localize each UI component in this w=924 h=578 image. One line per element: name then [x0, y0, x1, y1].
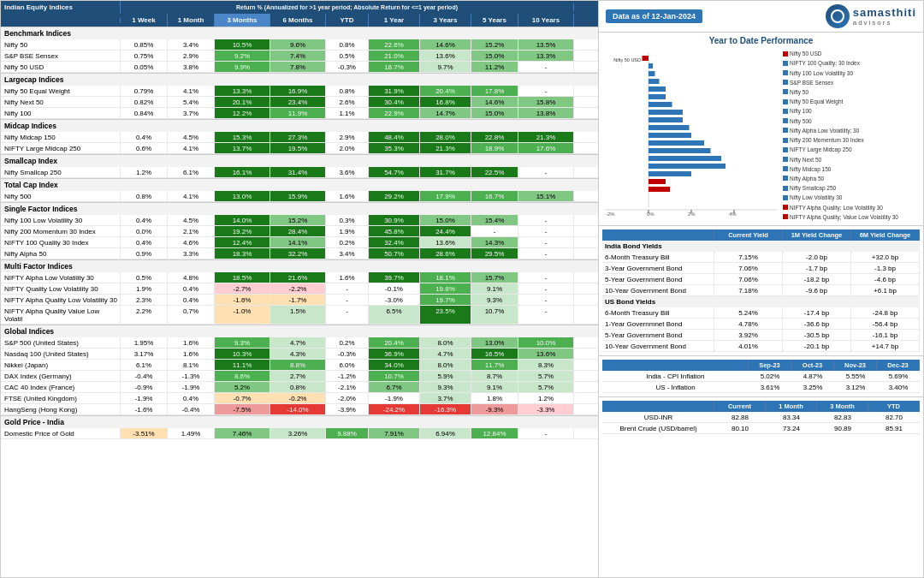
row-value: 23.5% [420, 306, 471, 324]
row-value: 22.5% [471, 167, 518, 177]
row-value: 30.4% [369, 97, 420, 107]
legend-item: Nifty Alpha 50 [783, 176, 916, 182]
row-value: 39.7% [369, 272, 420, 283]
row-value: 0.3% [326, 215, 369, 225]
row-value: 1.6% [326, 272, 369, 283]
row-value: 15.1% [518, 191, 574, 201]
row-value: 10.5% [215, 39, 270, 50]
row-value: 1.95% [121, 337, 168, 348]
section-title: Single Factor Indices [1, 202, 598, 215]
col-3years: 3 Years [420, 14, 471, 27]
section-title: Smallcap Index [1, 154, 598, 167]
row-value: 1.6% [326, 191, 369, 201]
row-value: 16.9% [270, 86, 326, 96]
row-value: 14.1% [270, 237, 326, 247]
row-value: 1.6% [168, 349, 215, 359]
bond-row: 6-Month Treasury Bill7.15%-2.0 bp+32.0 b… [602, 252, 920, 263]
table-row: NIFTY Alpha Quality Value Low Volatil2.2… [1, 306, 598, 325]
bonds-col0 [602, 229, 714, 241]
bond-row: 5-Year Government Bond3.92%-30.5 bp-16.1… [602, 330, 920, 341]
row-value: 21.6% [270, 272, 326, 283]
row-value: 10.7% [369, 371, 420, 381]
svg-rect-5 [649, 79, 660, 84]
row-name: CAC 40 Index (France) [1, 382, 121, 392]
row-name: NIFTY Large Midcap 250 [1, 143, 121, 153]
svg-text:0%: 0% [647, 212, 654, 217]
row-value: -9.3% [471, 404, 518, 414]
row-value: 14.7% [420, 108, 471, 118]
row-value: 24.4% [420, 226, 471, 236]
row-value: 9.2% [215, 51, 270, 61]
col-ytd: YTD [326, 14, 369, 27]
india-bonds-title: India Bond Yields [602, 241, 920, 252]
col-5years: 5 Years [471, 14, 518, 27]
row-value: 8.7% [471, 371, 518, 381]
legend-item: Nifty Next 50 [783, 157, 916, 163]
bond-row: 1-Year Governmnet Bond4.78%-36.6 bp-56.4… [602, 319, 920, 330]
table-row: S&P 500 (United States)1.95%1.6%9.3%4.7%… [1, 337, 598, 349]
row-value: 54.7% [369, 167, 420, 177]
col-name [1, 18, 121, 23]
logo-circle [826, 4, 850, 28]
row-value: 6.94% [420, 428, 471, 438]
row-value: -7.5% [215, 404, 270, 414]
row-value: 21.0% [369, 51, 420, 61]
legend-item: Nifty Low Volatility 30 [783, 194, 916, 200]
row-value: 16.8% [420, 97, 471, 107]
chart-title: Year to Date Performance [606, 36, 916, 45]
row-value: 15.8% [518, 97, 574, 107]
legend-item: Nifty 100 Low Volatility 30 [783, 70, 916, 76]
row-value: 3.17% [121, 349, 168, 359]
section-title: Benchmark Indices [1, 27, 598, 39]
row-value: 2.6% [326, 97, 369, 107]
row-value: 15.7% [471, 272, 518, 283]
row-value: 31.4% [270, 167, 326, 177]
row-value: 11.7% [471, 360, 518, 370]
row-value: 4.7% [270, 337, 326, 348]
row-value: 13.6% [518, 349, 574, 359]
row-value: - [518, 167, 574, 177]
row-value: 14.3% [471, 237, 518, 247]
row-value: 21.3% [518, 132, 574, 142]
row-value: 0.4% [168, 283, 215, 294]
row-value: 20.4% [369, 337, 420, 348]
logo-area: samasthiti advisors [826, 4, 916, 28]
row-value: 0.9% [121, 248, 168, 259]
row-value: 22.8% [471, 132, 518, 142]
left-panel: Indian Equity Indices Return % (Annualiz… [0, 0, 599, 578]
logo-sub: advisors [853, 19, 916, 27]
currency-row: Brent Crude (USD/barrel) 80.10 73.24 90.… [602, 423, 920, 434]
svg-text:Nifty 50 USD: Nifty 50 USD [613, 57, 641, 63]
row-value: 4.7% [420, 349, 471, 359]
bonds-col2: 1M Yield Change [783, 229, 851, 241]
inflation-header: Sep-23 Oct-23 Nov-23 Dec-23 [602, 360, 920, 371]
row-value: - [518, 295, 574, 305]
row-value: 2.9% [326, 132, 369, 142]
row-value: 31.9% [369, 86, 420, 96]
row-name: Nifty 100 [1, 108, 121, 118]
row-value: 32.4% [369, 237, 420, 247]
cur-col4: YTD [868, 401, 920, 412]
row-value: 36.9% [369, 349, 420, 359]
row-value: 15.9% [270, 191, 326, 201]
row-value: - [518, 272, 574, 283]
row-value: 0.85% [121, 39, 168, 50]
row-value: 0.7% [168, 306, 215, 324]
row-value: - [518, 248, 574, 259]
logo-name: samasthiti [853, 6, 916, 19]
row-value: 18.9% [471, 143, 518, 153]
row-value: 34.0% [369, 360, 420, 370]
row-value: -0.1% [369, 283, 420, 294]
svg-rect-16 [649, 164, 726, 169]
legend-item: S&P BSE Sensex [783, 80, 916, 86]
row-value: 8.0% [420, 337, 471, 348]
row-value: 9.88% [326, 428, 369, 438]
inf-col3: Nov-23 [834, 360, 877, 371]
bonds-section: Current Yield 1M Yield Change 6M Yield C… [599, 226, 923, 356]
row-value: -0.3% [326, 349, 369, 359]
row-value: 10.3% [215, 349, 270, 359]
row-value: 13.5% [518, 39, 574, 50]
row-value: -0.9% [121, 382, 168, 392]
row-value: 2.3% [121, 295, 168, 305]
main-container: Indian Equity Indices Return % (Annualiz… [0, 0, 924, 578]
